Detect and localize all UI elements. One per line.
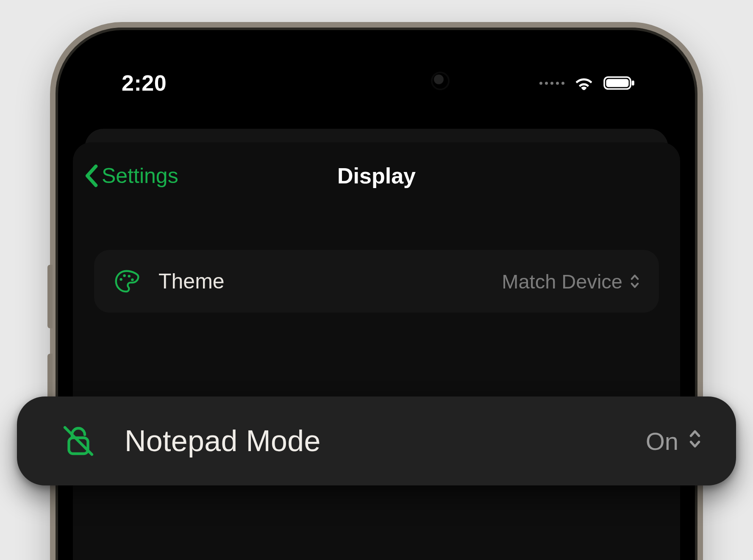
volume-up-button bbox=[47, 265, 53, 328]
cellular-dots-icon bbox=[539, 82, 564, 85]
chevron-left-icon bbox=[84, 164, 98, 187]
back-label: Settings bbox=[102, 164, 178, 188]
status-icons bbox=[539, 75, 636, 91]
battery-icon bbox=[603, 75, 636, 91]
theme-value-text: Match Device bbox=[502, 270, 622, 293]
chevron-up-down-icon bbox=[688, 427, 702, 455]
svg-point-3 bbox=[119, 278, 122, 280]
chevron-up-down-icon bbox=[629, 273, 640, 290]
theme-value: Match Device bbox=[502, 270, 640, 293]
palette-icon bbox=[113, 268, 140, 294]
notepad-mode-row[interactable]: Notepad Mode On bbox=[17, 396, 736, 485]
theme-row[interactable]: Theme Match Device bbox=[94, 250, 659, 313]
wifi-icon bbox=[574, 75, 594, 91]
notepad-mode-value-text: On bbox=[646, 427, 678, 455]
svg-point-5 bbox=[128, 275, 130, 277]
lock-slash-icon bbox=[59, 421, 97, 461]
settings-sheet: Settings Display Theme Match Device bbox=[73, 142, 680, 560]
status-time: 2:20 bbox=[122, 70, 167, 96]
back-button[interactable]: Settings bbox=[84, 164, 178, 188]
notepad-mode-value: On bbox=[646, 427, 702, 455]
svg-rect-1 bbox=[606, 79, 628, 87]
notepad-mode-label: Notepad Mode bbox=[125, 424, 619, 458]
svg-point-4 bbox=[123, 274, 125, 277]
svg-rect-2 bbox=[632, 80, 634, 86]
status-bar: 2:20 bbox=[60, 66, 693, 100]
svg-point-6 bbox=[131, 278, 133, 281]
nav-bar: Settings Display bbox=[73, 152, 680, 199]
theme-label: Theme bbox=[158, 269, 483, 294]
